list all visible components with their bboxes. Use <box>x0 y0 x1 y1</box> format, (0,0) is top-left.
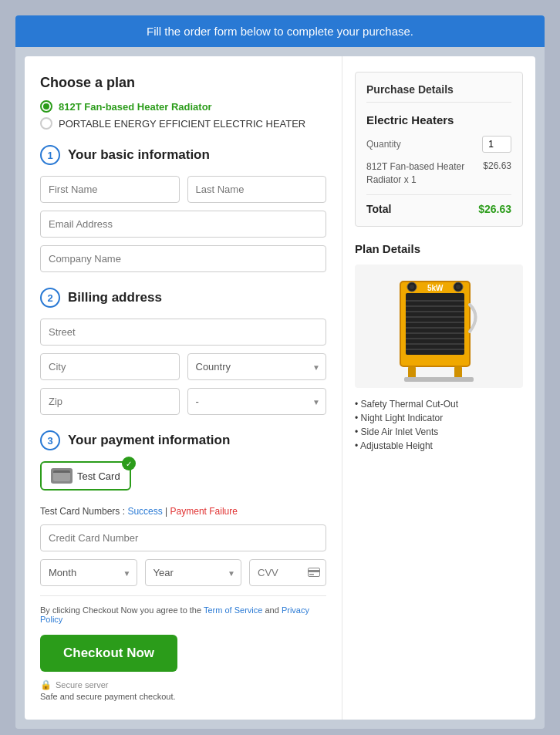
choose-plan-title: Choose a plan <box>40 75 326 91</box>
city-field <box>40 353 180 380</box>
zip-state-row: - ▼ <box>40 388 326 415</box>
company-input[interactable] <box>40 245 326 272</box>
svg-rect-20 <box>408 366 416 379</box>
failure-link[interactable]: Payment Failure <box>170 506 238 517</box>
safe-text: Safe and secure payment checkout. <box>40 692 326 701</box>
radio-checked-icon <box>40 100 52 113</box>
street-row <box>40 319 326 346</box>
card-icon <box>51 468 73 484</box>
total-price: $26.63 <box>478 203 511 215</box>
state-select[interactable]: - <box>187 388 327 415</box>
item-name: 812T Fan-based Heater Radiator x 1 <box>366 160 474 187</box>
state-select-wrapper: - ▼ <box>187 388 327 415</box>
purchase-details-box: Purchase Details Electric Heaters Quanti… <box>355 72 523 227</box>
purchase-details-title: Purchase Details <box>366 83 511 103</box>
radio-unchecked-icon <box>40 117 52 130</box>
svg-point-16 <box>410 285 414 289</box>
first-name-input[interactable] <box>40 176 180 203</box>
plan-details-section: Plan Details <box>355 242 523 451</box>
cvv-field <box>249 559 326 586</box>
checkout-button[interactable]: Checkout Now <box>40 635 177 672</box>
step-3-header: 3 Your payment information <box>40 430 326 450</box>
feature-item: Side Air Inlet Vents <box>355 427 523 437</box>
secure-server-text: Secure server <box>56 680 108 689</box>
cc-field <box>40 524 326 551</box>
cc-row <box>40 524 326 551</box>
test-card-box[interactable]: Test Card ✓ <box>40 461 131 491</box>
test-card-check-icon: ✓ <box>122 457 136 470</box>
zip-field <box>40 388 180 415</box>
email-field <box>40 211 326 238</box>
plan-option-1[interactable]: 812T Fan-based Heater Radiator <box>40 100 326 113</box>
item-row: 812T Fan-based Heater Radiator x 1 $26.6… <box>366 160 511 195</box>
country-select[interactable]: Country <box>187 353 327 380</box>
quantity-input[interactable] <box>482 136 511 153</box>
terms-of-service-link[interactable]: Term of Service <box>204 605 262 615</box>
plan-2-label: PORTABLE ENERGY EFFICIENT ELECTRIC HEATE… <box>59 118 305 130</box>
company-row <box>40 245 326 272</box>
street-field <box>40 319 326 346</box>
main-content: Choose a plan 812T Fan-based Heater Radi… <box>25 56 535 720</box>
email-row <box>40 211 326 238</box>
month-select[interactable]: Month <box>40 559 137 586</box>
year-select[interactable]: Year <box>145 559 242 586</box>
test-card-numbers: Test Card Numbers : Success | Payment Fa… <box>40 506 326 517</box>
payment-expiry-row: Month ▼ Year ▼ <box>40 559 326 586</box>
step-1-circle: 1 <box>40 145 60 165</box>
zip-input[interactable] <box>40 388 180 415</box>
year-select-wrapper: Year ▼ <box>145 559 242 586</box>
left-panel: Choose a plan 812T Fan-based Heater Radi… <box>25 56 342 720</box>
right-panel: Purchase Details Electric Heaters Quanti… <box>342 56 535 720</box>
plan-option-2[interactable]: PORTABLE ENERGY EFFICIENT ELECTRIC HEATE… <box>40 117 326 130</box>
feature-item: Safety Thermal Cut-Out <box>355 399 523 410</box>
top-banner: Fill the order form below to complete yo… <box>15 15 545 47</box>
terms-text: By clicking Checkout Now you agree to th… <box>40 605 326 624</box>
item-price: $26.63 <box>483 160 511 187</box>
step-2-title: Billing address <box>68 290 162 305</box>
step-2-header: 2 Billing address <box>40 288 326 308</box>
svg-rect-21 <box>454 366 462 379</box>
email-input[interactable] <box>40 211 326 238</box>
city-input[interactable] <box>40 353 180 380</box>
country-select-wrapper: Country ▼ <box>187 353 327 380</box>
total-label: Total <box>366 203 391 215</box>
plan-details-title: Plan Details <box>355 242 523 255</box>
product-image: 5kW <box>355 265 523 388</box>
step-2-circle: 2 <box>40 288 60 308</box>
step-1-title: Your basic information <box>68 147 210 163</box>
step-3-circle: 3 <box>40 430 60 450</box>
page-wrapper: Fill the order form below to complete yo… <box>15 15 545 729</box>
last-name-input[interactable] <box>187 176 327 203</box>
company-field <box>40 245 326 272</box>
lock-icon: 🔒 <box>40 679 52 690</box>
divider <box>40 595 326 596</box>
total-row: Total $26.63 <box>366 203 511 215</box>
street-input[interactable] <box>40 319 326 346</box>
plan-1-label: 812T Fan-based Heater Radiator <box>59 101 212 113</box>
name-row <box>40 176 326 203</box>
step-1-header: 1 Your basic information <box>40 145 326 165</box>
cc-input[interactable] <box>40 524 326 551</box>
svg-rect-4 <box>406 293 464 355</box>
month-select-wrapper: Month ▼ <box>40 559 137 586</box>
city-country-row: Country ▼ <box>40 353 326 380</box>
step-3-title: Your payment information <box>68 433 230 448</box>
last-name-field <box>187 176 327 203</box>
svg-rect-1 <box>308 570 320 572</box>
svg-point-18 <box>456 285 460 289</box>
feature-item: Night Light Indicator <box>355 413 523 423</box>
quantity-row: Quantity <box>366 136 511 153</box>
cvv-card-icon <box>308 567 320 579</box>
feature-item: Adjustable Height <box>355 440 523 451</box>
features-list: Safety Thermal Cut-OutNight Light Indica… <box>355 399 523 451</box>
banner-text: Fill the order form below to complete yo… <box>147 25 413 38</box>
success-link[interactable]: Success <box>127 506 162 517</box>
test-card-label: Test Card <box>77 470 120 482</box>
svg-rect-22 <box>404 377 474 382</box>
svg-text:5kW: 5kW <box>427 284 444 292</box>
secure-info: 🔒 Secure server <box>40 679 326 690</box>
quantity-label: Quantity <box>366 139 401 150</box>
product-section-title: Electric Heaters <box>366 113 511 126</box>
svg-rect-2 <box>309 574 314 575</box>
first-name-field <box>40 176 180 203</box>
